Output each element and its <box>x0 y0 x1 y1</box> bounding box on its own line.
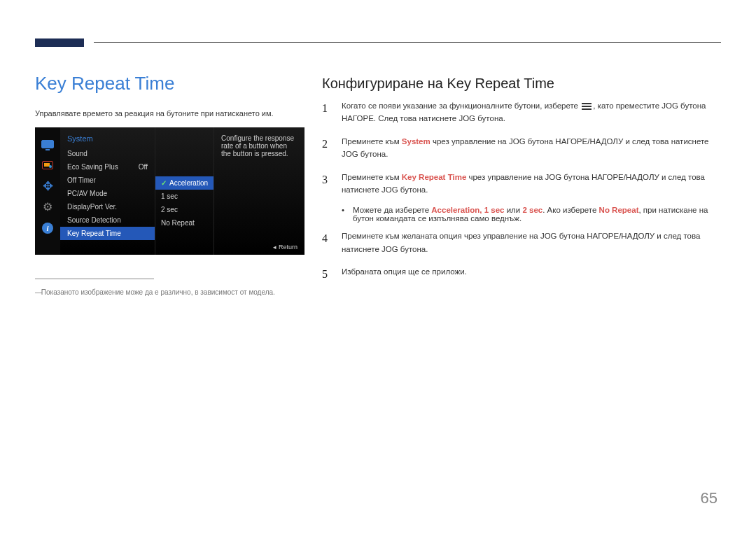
section-title: Конфигуриране на Key Repeat Time <box>322 76 554 92</box>
step-text: Избраната опция ще се приложи. <box>342 265 714 283</box>
osd-submenu-item[interactable]: 2 sec <box>155 203 214 216</box>
step-row: 2 Преминете към System чрез управление н… <box>322 135 714 161</box>
page-title: Key Repeat Time <box>35 73 174 94</box>
osd-screenshot: ✥ ⚙ i System Sound Eco Saving PlusOff Of… <box>35 127 304 255</box>
osd-description-text: Configure the response rate of a button … <box>221 134 298 157</box>
osd-menu-label: Key Repeat Time <box>67 230 121 237</box>
osd-submenu-item[interactable]: No Repeat <box>155 216 214 230</box>
osd-menu-item[interactable]: Eco Saving PlusOff <box>60 160 155 174</box>
step-number: 1 <box>322 99 332 125</box>
step-row: 1 Когато се появи указание за функционал… <box>322 99 714 125</box>
osd-menu-label: Sound <box>67 150 88 157</box>
osd-menu-item[interactable]: DisplayPort Ver. <box>60 200 155 213</box>
osd-menu-label: PC/AV Mode <box>67 190 107 197</box>
gear-icon: ⚙ <box>41 200 55 214</box>
highlight-norepeat: No Repeat <box>599 206 639 214</box>
osd-menu-item[interactable]: Off Timer <box>60 174 155 187</box>
move-icon: ✥ <box>41 179 55 193</box>
step-text: Преминете към Key Repeat Time чрез управ… <box>342 171 714 197</box>
header-rule <box>94 42 721 43</box>
highlight-krt: Key Repeat Time <box>402 173 466 181</box>
osd-submenu-label: 1 sec <box>161 192 178 200</box>
osd-menu-label: DisplayPort Ver. <box>67 203 117 211</box>
step-text-part: Преминете към <box>342 173 402 181</box>
osd-menu-column: System Sound Eco Saving PlusOff Off Time… <box>60 127 155 255</box>
bullet-row: • Можете да изберете Acceleration, 1 sec… <box>342 206 714 223</box>
step-text-part: Когато се появи указание за функционални… <box>342 101 580 110</box>
osd-submenu-label: No Repeat <box>161 219 195 227</box>
osd-return-label[interactable]: Return <box>273 244 298 251</box>
footnote-rule <box>35 279 154 279</box>
menu-icon <box>582 103 592 110</box>
page-number: 65 <box>701 489 718 507</box>
picture-icon <box>41 158 55 172</box>
osd-menu-header: System <box>60 134 155 147</box>
osd-icon-column: ✥ ⚙ i <box>35 127 60 255</box>
osd-submenu-item[interactable]: 1 sec <box>155 190 214 203</box>
osd-menu-label: Eco Saving Plus <box>67 163 118 171</box>
step-number: 4 <box>322 230 332 255</box>
step-text-part: . Ако изберете <box>542 206 598 214</box>
step-number: 2 <box>322 135 332 161</box>
step-row: 3 Преминете към Key Repeat Time чрез упр… <box>322 171 714 197</box>
bullet-text: Можете да изберете Acceleration, 1 sec и… <box>353 206 714 223</box>
step-text-part: Можете да изберете <box>353 206 431 214</box>
osd-submenu-label: Acceleration <box>169 179 208 187</box>
osd-menu-item[interactable]: Source Detection <box>60 213 155 227</box>
osd-menu-item-selected[interactable]: Key Repeat Time <box>60 227 155 240</box>
bullet-dot: • <box>342 206 346 223</box>
footnote-text: Показаното изображение може да е различн… <box>35 288 275 296</box>
steps-list: 1 Когато се появи указание за функционал… <box>322 99 714 293</box>
step-text-part: Преминете към <box>342 137 402 146</box>
osd-menu-value: Off <box>139 163 148 171</box>
header-accent-bar <box>35 38 84 47</box>
step-text: Когато се появи указание за функционални… <box>342 99 714 125</box>
osd-menu-label: Source Detection <box>67 216 121 224</box>
highlight-system: System <box>402 137 430 146</box>
step-row: 5 Избраната опция ще се приложи. <box>322 265 714 283</box>
info-icon: i <box>41 221 55 235</box>
monitor-icon <box>41 137 55 151</box>
step-text-part: или <box>504 206 522 214</box>
highlight-1sec: 1 sec <box>484 206 505 214</box>
step-number: 5 <box>322 265 332 283</box>
osd-menu-label: Off Timer <box>67 176 96 184</box>
osd-submenu-column: Acceleration 1 sec 2 sec No Repeat <box>155 127 214 255</box>
osd-menu-item[interactable]: Sound <box>60 147 155 160</box>
osd-menu-item[interactable]: PC/AV Mode <box>60 187 155 200</box>
highlight-2sec: 2 sec <box>522 206 542 214</box>
osd-description-column: Configure the response rate of a button … <box>214 127 304 255</box>
highlight-acceleration: Acceleration <box>431 206 479 214</box>
osd-submenu-item-selected[interactable]: Acceleration <box>155 176 214 190</box>
intro-text: Управлявате времето за реакция на бутони… <box>35 109 274 118</box>
osd-submenu-label: 2 sec <box>161 206 178 213</box>
step-row: 4 Преминете към желаната опция чрез упра… <box>322 230 714 255</box>
step-text: Преминете към System чрез управление на … <box>342 135 714 161</box>
step-number: 3 <box>322 171 332 197</box>
step-text: Преминете към желаната опция чрез управл… <box>342 230 714 255</box>
